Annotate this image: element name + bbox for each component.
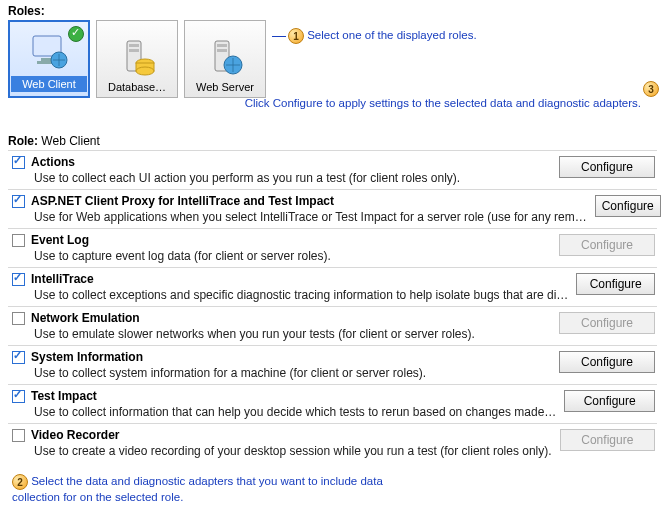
role-check-icon	[68, 26, 84, 42]
adapter-left: Network EmulationUse to emulate slower n…	[8, 311, 551, 341]
adapter-checkbox[interactable]	[12, 312, 25, 325]
adapter-row: Video RecorderUse to create a video reco…	[8, 423, 657, 462]
configure-button[interactable]: Configure	[559, 351, 655, 373]
adapter-title: ASP.NET Client Proxy for IntelliTrace an…	[31, 194, 334, 208]
adapter-left: Video RecorderUse to create a video reco…	[8, 428, 552, 458]
role-tile-web-client[interactable]: Web Client	[8, 20, 90, 98]
annotation-1-connector	[272, 36, 286, 37]
adapter-title: IntelliTrace	[31, 272, 94, 286]
svg-rect-11	[217, 44, 227, 47]
configure-button[interactable]: Configure	[576, 273, 655, 295]
annotation-badge-3: 3	[643, 81, 659, 97]
configure-button[interactable]: Configure	[559, 156, 655, 178]
adapter-checkbox[interactable]	[12, 429, 25, 442]
adapter-row: Event LogUse to capture event log data (…	[8, 228, 657, 267]
adapter-desc: Use to collect each UI action you perfor…	[12, 171, 551, 185]
annotation-badge-2: 2	[12, 474, 28, 490]
svg-point-9	[136, 67, 154, 75]
role-tile-database[interactable]: Database…	[96, 20, 178, 98]
role-label: Database…	[108, 81, 166, 93]
adapter-desc: Use for Web applications when you select…	[12, 210, 587, 224]
annotation-badge-3-wrap: 3	[643, 81, 659, 97]
svg-rect-12	[217, 49, 227, 52]
adapter-title: Event Log	[31, 233, 89, 247]
adapter-title: Network Emulation	[31, 311, 140, 325]
adapter-title: System Information	[31, 350, 143, 364]
adapter-title: Actions	[31, 155, 75, 169]
adapter-left: Event LogUse to capture event log data (…	[8, 233, 551, 263]
adapter-row: ASP.NET Client Proxy for IntelliTrace an…	[8, 189, 657, 228]
adapter-left: ActionsUse to collect each UI action you…	[8, 155, 551, 185]
adapter-desc: Use to emulate slower networks when you …	[12, 327, 551, 341]
annotation-2: 2 Select the data and diagnostic adapter…	[12, 474, 432, 505]
adapter-checkbox[interactable]	[12, 156, 25, 169]
roles-section-label: Roles:	[0, 0, 665, 20]
configure-button[interactable]: Configure	[595, 195, 661, 217]
annotation-1-text: Select one of the displayed roles.	[307, 29, 476, 41]
role-icon-database	[115, 37, 159, 77]
adapter-row: IntelliTraceUse to collect exceptions an…	[8, 267, 657, 306]
adapter-desc: Use to collect exceptions and specific d…	[12, 288, 568, 302]
role-icon-web-client	[27, 32, 71, 72]
role-icon-web-server	[203, 37, 247, 77]
adapter-checkbox[interactable]	[12, 390, 25, 403]
adapter-desc: Use to collect system information for a …	[12, 366, 551, 380]
adapter-row: Test ImpactUse to collect information th…	[8, 384, 657, 423]
annotation-2-text: Select the data and diagnostic adapters …	[12, 475, 383, 503]
adapter-checkbox[interactable]	[12, 273, 25, 286]
role-heading: Role: Web Client	[0, 128, 665, 150]
adapter-list: ActionsUse to collect each UI action you…	[8, 150, 657, 462]
configure-button[interactable]: Configure	[564, 390, 655, 412]
annotation-badge-1: 1	[288, 28, 304, 44]
annotation-3-text: Click Configure to apply settings to the…	[245, 96, 641, 110]
configure-button: Configure	[559, 312, 655, 334]
adapter-title: Video Recorder	[31, 428, 119, 442]
adapter-left: Test ImpactUse to collect information th…	[8, 389, 556, 419]
configure-button: Configure	[560, 429, 655, 451]
adapter-checkbox[interactable]	[12, 195, 25, 208]
adapter-left: IntelliTraceUse to collect exceptions an…	[8, 272, 568, 302]
adapter-desc: Use to create a video recording of your …	[12, 444, 552, 458]
role-tile-web-server[interactable]: Web Server	[184, 20, 266, 98]
adapter-row: System InformationUse to collect system …	[8, 345, 657, 384]
role-label: Web Server	[196, 81, 254, 93]
adapter-checkbox[interactable]	[12, 234, 25, 247]
svg-rect-5	[129, 44, 139, 47]
adapter-left: System InformationUse to collect system …	[8, 350, 551, 380]
role-label: Web Client	[11, 76, 87, 92]
adapter-desc: Use to capture event log data (for clien…	[12, 249, 551, 263]
annotation-1: 1 Select one of the displayed roles.	[288, 28, 477, 44]
adapter-row: Network EmulationUse to emulate slower n…	[8, 306, 657, 345]
adapter-checkbox[interactable]	[12, 351, 25, 364]
role-heading-value: Web Client	[41, 134, 99, 148]
adapter-desc: Use to collect information that can help…	[12, 405, 556, 419]
adapter-left: ASP.NET Client Proxy for IntelliTrace an…	[8, 194, 587, 224]
configure-button: Configure	[559, 234, 655, 256]
svg-rect-6	[129, 49, 139, 52]
role-heading-prefix: Role:	[8, 134, 38, 148]
adapter-row: ActionsUse to collect each UI action you…	[8, 150, 657, 189]
adapter-title: Test Impact	[31, 389, 97, 403]
